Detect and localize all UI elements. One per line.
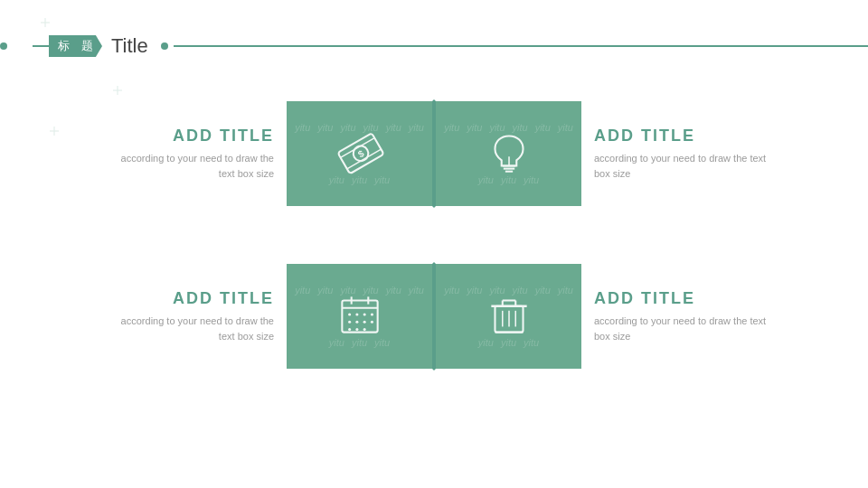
svg-point-54 [355, 321, 358, 324]
icon-cell-money: yituyituyituyituyituyituyituyituyitu $ [285, 99, 434, 208]
header-title: Title [111, 34, 148, 58]
add-title-right-1: ADD TITLE [594, 127, 695, 145]
money-icon: $ [333, 125, 387, 183]
desc-right-2: according to your need to draw the textb… [594, 314, 766, 343]
desc-right-1: according to your need to draw the textb… [594, 151, 766, 181]
svg-rect-45 [342, 300, 377, 332]
header-dot-left [0, 42, 7, 50]
svg-point-56 [370, 321, 373, 324]
add-title-left-1: ADD TITLE [173, 127, 274, 145]
svg-point-58 [355, 328, 358, 331]
icon-cell-bulb: yituyituyituyituyituyituyituyituyitu [434, 99, 583, 208]
svg-point-49 [348, 313, 351, 315]
left-text-2: ADD TITLE according to your need to draw… [14, 262, 285, 371]
left-text-1: ADD TITLE according to your need to draw… [14, 99, 285, 208]
right-text-2: ADD TITLE according to your need to draw… [583, 262, 854, 371]
add-title-right-2: ADD TITLE [594, 289, 695, 308]
icon-row-1: yituyituyituyituyituyituyituyituyitu $ [285, 99, 583, 208]
header-line-right [174, 45, 868, 47]
svg-point-50 [355, 313, 358, 315]
svg-text:$: $ [356, 148, 366, 160]
row-2: ADD TITLE according to your need to draw… [14, 262, 854, 371]
header-line-left [33, 45, 49, 47]
svg-point-55 [363, 321, 365, 324]
desc-left-2: according to your need to draw thetext b… [121, 314, 274, 343]
header: 标 题 Title [0, 34, 868, 58]
svg-point-59 [363, 328, 365, 331]
svg-point-52 [370, 313, 373, 315]
bulb-icon [482, 125, 536, 183]
header-badge: 标 题 [49, 35, 102, 57]
icon-cell-calendar: yituyituyituyituyituyituyituyituyitu [285, 262, 434, 371]
rows-container: ADD TITLE according to your need to draw… [14, 99, 854, 371]
calendar-icon [333, 287, 387, 345]
right-text-1: ADD TITLE according to your need to draw… [583, 99, 854, 208]
main-content: ADD TITLE according to your need to draw… [0, 99, 868, 488]
svg-point-53 [348, 321, 351, 324]
svg-point-57 [348, 328, 351, 331]
svg-point-51 [363, 313, 365, 315]
icon-row-2: yituyituyituyituyituyituyituyituyitu [285, 262, 583, 371]
row-1: ADD TITLE according to your need to draw… [14, 99, 854, 208]
desc-left-1: according to your need to draw thetext b… [121, 151, 274, 181]
icon-cell-trash: yituyituyituyituyituyituyituyituyitu [434, 262, 583, 371]
trash-icon [482, 287, 536, 345]
add-title-left-2: ADD TITLE [173, 289, 274, 308]
header-dot-right [161, 42, 168, 50]
